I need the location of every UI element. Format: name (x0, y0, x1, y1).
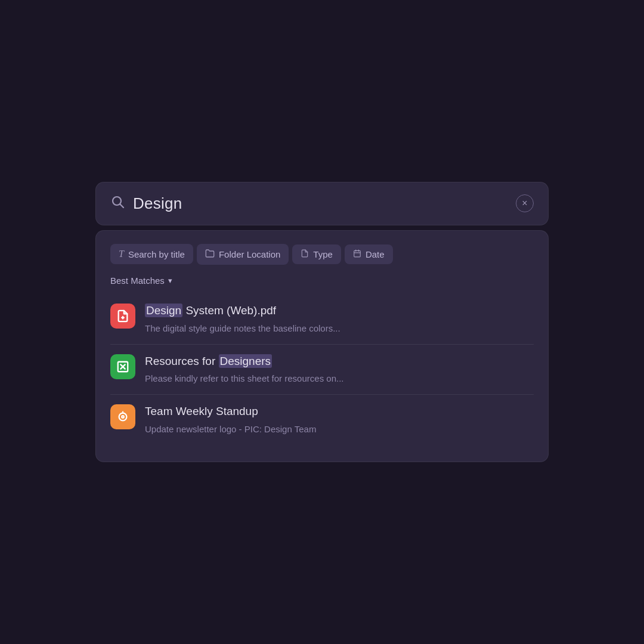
title-icon: T (119, 249, 124, 259)
result-desc-2: Please kindly refer to this sheet for re… (145, 372, 534, 385)
filter-title-label: Search by title (128, 249, 185, 259)
desc-highlight-3: Design (264, 424, 292, 434)
search-bar: × (95, 182, 549, 225)
search-icon (110, 194, 125, 212)
result-content-3: Team Weekly Standup Update newsletter lo… (145, 404, 534, 435)
filter-folder-label: Folder Location (219, 249, 280, 259)
sort-chevron-icon: ▾ (168, 276, 172, 285)
filter-chip-title[interactable]: T Search by title (110, 244, 193, 264)
type-icon (301, 249, 309, 259)
file-icon-slides (110, 404, 135, 429)
title-rest-1: System (Web).pdf (182, 304, 276, 317)
result-item-1[interactable]: Design System (Web).pdf The digital styl… (110, 294, 534, 344)
filter-type-label: Type (313, 249, 333, 259)
sort-row[interactable]: Best Matches ▾ (110, 275, 534, 286)
svg-point-12 (122, 416, 124, 419)
sort-label: Best Matches (110, 275, 165, 286)
file-icon-pdf (110, 304, 135, 329)
title-highlight-2: Designers (219, 354, 273, 368)
result-content-1: Design System (Web).pdf The digital styl… (145, 304, 534, 335)
filter-chip-date[interactable]: Date (345, 244, 393, 264)
title-text-3: Team Weekly Standup (145, 405, 258, 417)
file-icon-excel (110, 354, 135, 379)
svg-point-11 (119, 413, 127, 421)
result-title-1: Design System (Web).pdf (145, 304, 534, 318)
result-item-3[interactable]: Team Weekly Standup Update newsletter lo… (110, 394, 534, 445)
clear-button[interactable]: × (516, 194, 534, 212)
result-title-2: Resources for Designers (145, 354, 534, 369)
result-content-2: Resources for Designers Please kindly re… (145, 354, 534, 385)
desc-after-3: Team (292, 424, 317, 434)
filter-chip-type[interactable]: Type (292, 244, 341, 264)
title-before-2: Resources for (145, 355, 219, 367)
filter-row: T Search by title Folder Location (110, 244, 534, 265)
title-highlight-1: Design (145, 304, 182, 317)
result-desc-1: The digital style guide notes the baseli… (145, 322, 534, 335)
search-input[interactable] (133, 194, 507, 213)
svg-rect-2 (354, 250, 361, 257)
search-container: × T Search by title Folder Location (95, 182, 549, 462)
svg-line-1 (120, 205, 124, 208)
result-item-2[interactable]: Resources for Designers Please kindly re… (110, 344, 534, 395)
filter-chip-folder[interactable]: Folder Location (197, 244, 289, 265)
result-title-3: Team Weekly Standup (145, 404, 534, 419)
filter-date-label: Date (366, 249, 385, 259)
desc-before-3: Update newsletter logo - PIC: (145, 424, 264, 434)
date-icon (353, 249, 361, 259)
results-panel: T Search by title Folder Location (95, 230, 549, 462)
folder-icon (205, 249, 215, 260)
result-desc-3: Update newsletter logo - PIC: Design Tea… (145, 423, 534, 435)
